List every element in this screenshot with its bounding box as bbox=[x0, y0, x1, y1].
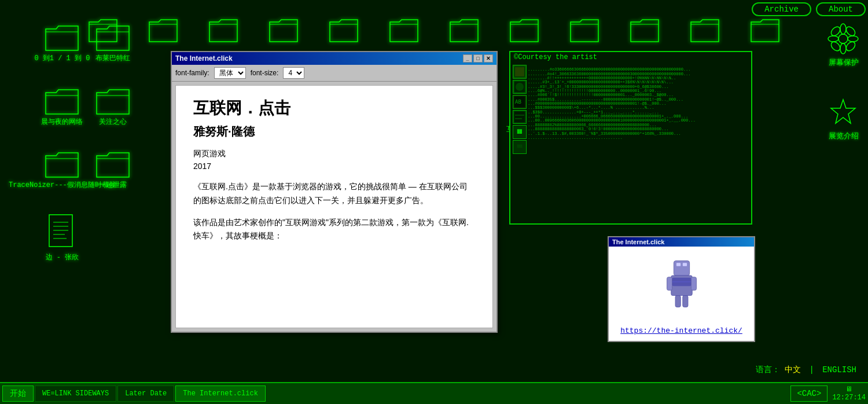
right-side-icons: 屏幕保护 展览介绍 bbox=[827, 23, 859, 141]
top-folder-9[interactable] bbox=[569, 17, 599, 43]
taskbar-right: <CAC> 🖥 12:27:14 bbox=[790, 385, 866, 402]
window-title: The Internet.click bbox=[175, 54, 233, 63]
font-family-label: font-family: bbox=[175, 69, 209, 77]
about-button[interactable]: About bbox=[816, 2, 866, 16]
clock-display: 12:27:14 bbox=[832, 394, 866, 402]
lang-divider: | bbox=[809, 365, 814, 374]
taskbar-time: 🖥 12:27:14 bbox=[832, 385, 866, 402]
icon-label-05: 布莱巴特红 bbox=[95, 54, 130, 64]
doc-para2: 该作品是由艺术家创作的"互联网游戏"系列的第二款游戏，第一款为《互联网.快车》，… bbox=[193, 216, 475, 244]
svg-rect-45 bbox=[682, 263, 686, 266]
archive-button[interactable]: Archive bbox=[752, 2, 811, 16]
top-folder-2[interactable] bbox=[148, 17, 178, 43]
taskbar-item-2[interactable]: The Internet.click bbox=[175, 385, 266, 402]
desktop-icon-06[interactable]: 关注之心 bbox=[95, 87, 130, 127]
desktop-icon-05[interactable]: 布莱巴特红 bbox=[95, 23, 130, 64]
desktop-icon-04[interactable]: 边 - 张欣 bbox=[9, 214, 116, 263]
doc-author: 雅努斯·隆德 bbox=[193, 124, 475, 139]
top-folder-12[interactable] bbox=[750, 17, 780, 43]
preview-titlebar: The Internet.click bbox=[609, 237, 754, 247]
svg-rect-35 bbox=[515, 67, 524, 76]
screen-saver-icon[interactable]: 屏幕保护 bbox=[827, 23, 859, 68]
maximize-button[interactable]: □ bbox=[473, 54, 483, 63]
preview-robot-image bbox=[659, 258, 705, 316]
screen-saver-label: 屏幕保护 bbox=[829, 57, 859, 68]
thumb-6[interactable]: ░░░ bbox=[513, 140, 527, 154]
close-button[interactable]: ✕ bbox=[484, 54, 493, 63]
window-controls: _ □ ✕ bbox=[463, 54, 493, 63]
ascii-display: AB ▓▓ ░░░ .........#o3360666630666000000… bbox=[510, 63, 751, 222]
top-folder-4[interactable] bbox=[269, 17, 299, 43]
minimize-button[interactable]: _ bbox=[463, 54, 472, 63]
svg-rect-47 bbox=[667, 277, 672, 291]
preview-content: https://the-internet.click/ bbox=[609, 247, 754, 341]
thumb-4[interactable] bbox=[513, 110, 527, 124]
lang-selector: 语言： 中文 | ENGLISH bbox=[756, 365, 856, 375]
exhibition-intro-label: 展览介绍 bbox=[829, 131, 859, 141]
lang-label: 语言： bbox=[756, 365, 780, 374]
svg-point-28 bbox=[848, 36, 858, 42]
svg-point-37 bbox=[516, 83, 524, 91]
doc-main-title: 互联网．点击 bbox=[193, 97, 475, 119]
top-folder-8[interactable] bbox=[509, 17, 539, 43]
svg-point-25 bbox=[840, 24, 846, 34]
font-size-select[interactable]: 1 2 3 4 5 6 7 bbox=[283, 67, 304, 79]
second-col-icons: 布莱巴特红 关注之心 一起泄露 bbox=[95, 23, 130, 214]
lang-english[interactable]: ENGLISH bbox=[822, 365, 856, 374]
icon-label-01: 0 到1 / 1 到 0 bbox=[34, 54, 90, 64]
svg-text:AB: AB bbox=[515, 99, 521, 105]
right-panel-title: ©Courtesy the artist bbox=[510, 52, 751, 63]
font-size-label: font-size: bbox=[251, 69, 279, 77]
taskbar-item-0[interactable]: WE=LINK SIDEWAYS bbox=[35, 385, 116, 402]
svg-point-26 bbox=[840, 43, 846, 54]
preview-link[interactable]: https://the-internet.click/ bbox=[620, 326, 742, 335]
taskbar-item-1[interactable]: Later Date bbox=[117, 385, 174, 402]
top-folder-11[interactable] bbox=[690, 17, 720, 43]
top-folder-6[interactable] bbox=[389, 17, 419, 43]
doc-year: 2017 bbox=[193, 161, 475, 171]
svg-rect-43 bbox=[674, 261, 689, 276]
doc-category: 网页游戏 bbox=[193, 149, 475, 159]
right-panel: ©Courtesy the artist AB bbox=[509, 51, 752, 225]
top-folder-5[interactable] bbox=[329, 17, 359, 43]
top-nav: Archive About bbox=[749, 0, 868, 19]
main-window: The Internet.click _ □ ✕ font-family: 黑体… bbox=[171, 51, 498, 333]
thumbnail-strip: AB ▓▓ ░░░ bbox=[512, 64, 528, 221]
thumb-3[interactable]: AB bbox=[513, 95, 527, 109]
svg-point-24 bbox=[838, 34, 848, 43]
icon-label-02: 晨与夜的网络 bbox=[41, 118, 83, 127]
desktop-icon-07[interactable]: 一起泄露 bbox=[95, 150, 130, 190]
svg-point-27 bbox=[828, 36, 838, 42]
taskbar: 开始 WE=LINK SIDEWAYS Later Date The Inter… bbox=[0, 382, 868, 404]
top-folder-3[interactable] bbox=[208, 17, 238, 43]
ascii-text-content: .........#o33606666306660000000000000000… bbox=[528, 64, 750, 221]
preview-window: The Internet.click https://the-internet.… bbox=[608, 236, 755, 342]
thumb-2[interactable] bbox=[513, 80, 527, 94]
lang-chinese[interactable]: 中文 bbox=[785, 365, 801, 374]
exhibition-intro-icon[interactable]: 展览介绍 bbox=[827, 97, 859, 141]
svg-rect-44 bbox=[676, 263, 680, 266]
svg-rect-40 bbox=[514, 111, 525, 123]
icon-label-07: 一起泄露 bbox=[99, 181, 127, 190]
svg-marker-33 bbox=[831, 100, 855, 123]
svg-rect-49 bbox=[675, 296, 681, 307]
icon-label-06: 关注之心 bbox=[99, 118, 127, 127]
window-toolbar: font-family: 黑体 宋体 Arial font-size: 1 2 … bbox=[172, 65, 496, 82]
top-folder-7[interactable] bbox=[449, 17, 479, 43]
doc-para1: 《互联网.点击》是一款基于浏览器的游戏，它的挑战很简单 — 在互联网公司的图标达… bbox=[193, 180, 475, 208]
svg-rect-48 bbox=[691, 277, 696, 291]
window-content[interactable]: 互联网．点击 雅努斯·隆德 网页游戏 2017 《互联网.点击》是一款基于浏览器… bbox=[175, 85, 493, 328]
top-folder-10[interactable] bbox=[630, 17, 660, 43]
window-titlebar: The Internet.click _ □ ✕ bbox=[172, 52, 496, 65]
thumb-5[interactable]: ▓▓ bbox=[513, 125, 527, 139]
start-button[interactable]: 开始 bbox=[2, 385, 34, 402]
time-icon: 🖥 bbox=[845, 385, 852, 394]
top-folder-strip bbox=[0, 17, 868, 43]
thumb-1[interactable] bbox=[513, 65, 527, 79]
svg-rect-50 bbox=[682, 296, 687, 307]
cac-button[interactable]: <CAC> bbox=[790, 385, 827, 402]
icon-label-04: 边 - 张欣 bbox=[46, 254, 79, 263]
font-family-select[interactable]: 黑体 宋体 Arial bbox=[214, 67, 246, 79]
